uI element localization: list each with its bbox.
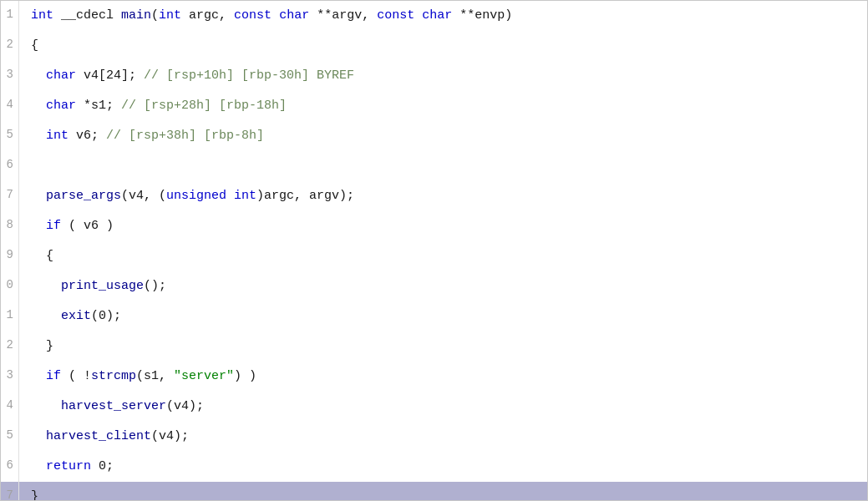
code-row: 6 return 0; (1, 452, 867, 482)
line-number: 7 (1, 482, 19, 501)
code-token: ( ! (61, 369, 91, 383)
code-editor: 1int __cdecl main(int argc, const char *… (0, 0, 868, 501)
line-content: harvest_server(v4); (19, 392, 867, 422)
code-token: main (121, 8, 151, 23)
code-token: exit (61, 309, 91, 323)
code-token: int (234, 189, 256, 203)
code-row: 1 exit(0); (1, 301, 867, 331)
code-row: 3 if ( !strcmp(s1, "server") ) (1, 362, 867, 392)
code-token (31, 219, 46, 233)
code-row: 2{ (1, 31, 867, 61)
code-token: // [rsp+28h] [rbp-18h] (121, 99, 287, 113)
line-content: { (19, 241, 867, 271)
code-row: 0 print_usage(); (1, 271, 867, 301)
code-token: 0; (91, 459, 114, 473)
line-number: 2 (1, 31, 19, 61)
line-content: harvest_client(v4); (19, 422, 867, 452)
code-token: return (46, 459, 91, 473)
code-token: **envp) (452, 8, 512, 23)
code-token: v4[24]; (76, 68, 144, 83)
code-token: (0); (91, 309, 121, 323)
code-token: harvest_server (61, 399, 166, 413)
line-number: 5 (1, 422, 19, 452)
code-token: (v4); (151, 429, 189, 443)
code-token: char (46, 99, 76, 113)
code-token: (s1, (136, 369, 174, 383)
code-token: *s1; (76, 99, 121, 113)
code-token: ) ) (234, 369, 256, 383)
code-token: )argc, argv); (256, 189, 354, 203)
line-content: } (19, 482, 867, 501)
code-row: 9 { (1, 241, 867, 271)
code-token (31, 399, 61, 413)
code-token: __cdecl (53, 8, 121, 23)
code-token (31, 129, 46, 143)
code-token: if (46, 219, 61, 233)
code-token: (v4, ( (121, 189, 166, 203)
code-row: 7} (1, 482, 867, 501)
code-token (31, 309, 61, 323)
code-token: ( (151, 8, 159, 23)
code-token: print_usage (61, 279, 144, 293)
code-token: const (377, 8, 414, 23)
line-number: 6 (1, 452, 19, 482)
code-token: int (46, 129, 69, 143)
code-row: 6 (1, 151, 867, 181)
line-number: 2 (1, 331, 19, 362)
line-content: print_usage(); (19, 271, 867, 301)
code-row: 2 } (1, 331, 867, 362)
code-token (31, 189, 46, 203)
line-number: 3 (1, 362, 19, 392)
line-number: 6 (1, 151, 19, 181)
code-row: 4 char *s1; // [rsp+28h] [rbp-18h] (1, 91, 867, 121)
line-number: 4 (1, 91, 19, 121)
code-lines: 1int __cdecl main(int argc, const char *… (1, 1, 867, 501)
code-token: } (31, 339, 53, 353)
code-token (31, 279, 61, 293)
code-row: 1int __cdecl main(int argc, const char *… (1, 1, 867, 31)
code-token (31, 369, 46, 383)
code-token: (); (144, 279, 166, 293)
code-token: (v4); (166, 399, 204, 413)
code-token: int (159, 8, 181, 23)
code-token: argc, (181, 8, 234, 23)
line-number: 5 (1, 121, 19, 151)
code-row: 8 if ( v6 ) (1, 211, 867, 241)
code-token: unsigned (166, 189, 226, 203)
code-token: // [rsp+38h] [rbp-8h] (106, 129, 264, 143)
line-content: if ( v6 ) (19, 211, 867, 241)
code-token (31, 99, 46, 113)
code-token: int (31, 8, 53, 23)
line-number: 1 (1, 301, 19, 331)
line-number: 4 (1, 392, 19, 422)
code-token (31, 459, 46, 473)
code-token: v6; (69, 129, 106, 143)
code-token: **argv, (309, 8, 377, 23)
code-token: } (31, 489, 38, 501)
line-number: 9 (1, 241, 19, 271)
code-token: strcmp (91, 369, 136, 383)
code-token: char (279, 8, 309, 23)
line-number: 8 (1, 211, 19, 241)
line-content: { (19, 31, 867, 61)
code-token: { (31, 38, 38, 53)
code-token: const (234, 8, 272, 23)
code-token: char (422, 8, 452, 23)
line-content: char *s1; // [rsp+28h] [rbp-18h] (19, 91, 867, 121)
line-content: int v6; // [rsp+38h] [rbp-8h] (19, 121, 867, 151)
code-row: 4 harvest_server(v4); (1, 392, 867, 422)
line-content (19, 151, 867, 181)
code-row: 7 parse_args(v4, (unsigned int)argc, arg… (1, 181, 867, 211)
code-row: 3 char v4[24]; // [rsp+10h] [rbp-30h] BY… (1, 61, 867, 91)
code-token: char (46, 68, 76, 83)
code-token: // [rsp+10h] [rbp-30h] BYREF (144, 68, 354, 83)
line-number: 0 (1, 271, 19, 301)
code-token (31, 429, 46, 443)
code-row: 5 harvest_client(v4); (1, 422, 867, 452)
line-content: int __cdecl main(int argc, const char **… (19, 1, 867, 31)
line-content: parse_args(v4, (unsigned int)argc, argv)… (19, 181, 867, 211)
code-token (414, 8, 422, 23)
code-token: { (31, 249, 53, 263)
line-number: 7 (1, 181, 19, 211)
code-token (31, 68, 46, 83)
